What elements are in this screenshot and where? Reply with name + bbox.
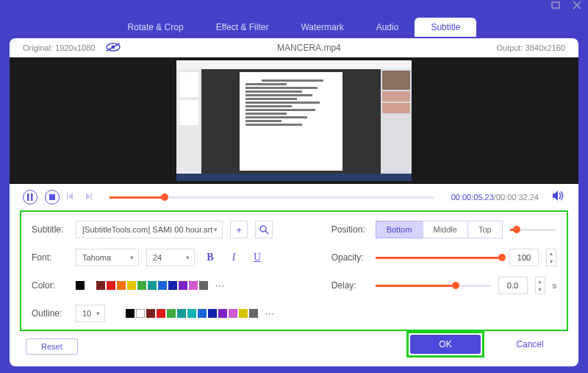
delay-slider[interactable] <box>376 285 491 287</box>
cancel-button[interactable]: Cancel <box>495 335 565 354</box>
outline-swatch[interactable] <box>167 309 176 318</box>
tab-rotate-crop[interactable]: Rotate & Crop <box>112 18 200 37</box>
outline-swatch[interactable] <box>177 309 186 318</box>
subtitle-settings: Subtitle: [SubtitleTools.com] SAMI 00 ho… <box>20 210 568 331</box>
font-label: Font: <box>32 252 68 263</box>
seek-slider[interactable] <box>110 196 434 199</box>
color-swatch[interactable] <box>148 281 157 290</box>
add-subtitle-button[interactable]: + <box>230 221 248 238</box>
color-swatches <box>76 281 208 290</box>
outline-swatch[interactable] <box>208 309 217 318</box>
titlebar <box>0 0 588 13</box>
opacity-spinner[interactable]: ▲▼ <box>546 249 556 266</box>
main-panel: Original: 1920x1080 MANCERA.mp4 Output: … <box>10 38 578 366</box>
outline-swatch[interactable] <box>239 309 248 318</box>
outline-swatch[interactable] <box>187 309 196 318</box>
position-bottom[interactable]: Bottom <box>376 221 423 238</box>
outline-swatch[interactable] <box>198 309 207 318</box>
ok-highlight: OK <box>406 331 484 358</box>
color-swatch[interactable] <box>199 281 208 290</box>
outline-swatches <box>126 309 258 318</box>
color-swatch[interactable] <box>137 281 146 290</box>
svg-rect-9 <box>67 193 68 200</box>
position-top[interactable]: Top <box>467 221 503 238</box>
video-preview <box>10 57 578 184</box>
delay-value[interactable]: 0.0 <box>498 277 528 294</box>
time-display: 00:00:05.23/00:00:32.24 <box>451 193 539 202</box>
output-resolution-label: Output: 3840x2160 <box>496 43 565 52</box>
color-swatch[interactable] <box>117 281 126 290</box>
original-resolution-label: Original: 1920x1080 <box>23 43 95 52</box>
color-swatch[interactable] <box>86 281 95 290</box>
font-size-dropdown[interactable]: 24 <box>146 249 195 266</box>
position-middle[interactable]: Middle <box>423 221 468 238</box>
footer-buttons: OK Cancel <box>406 331 565 358</box>
underline-button[interactable]: U <box>249 249 265 266</box>
svg-point-11 <box>260 226 266 232</box>
color-swatch[interactable] <box>76 281 85 290</box>
tab-watermark[interactable]: Watermark <box>284 18 359 37</box>
filename-label: MANCERA.mp4 <box>277 43 341 53</box>
color-swatch[interactable] <box>158 281 167 290</box>
transport-bar: 00:00:05.23/00:00:32.24 <box>10 184 578 210</box>
svg-line-12 <box>265 231 268 234</box>
color-label: Color: <box>32 280 68 291</box>
svg-rect-10 <box>91 193 93 200</box>
preview-frame <box>176 60 412 181</box>
more-colors-button[interactable]: ··· <box>215 280 225 291</box>
visibility-icon[interactable] <box>105 42 121 54</box>
outline-swatch[interactable] <box>126 309 135 318</box>
svg-rect-8 <box>49 194 55 200</box>
svg-rect-7 <box>31 193 33 201</box>
tab-effect-filter[interactable]: Effect & Filter <box>200 18 285 37</box>
minimize-button[interactable] <box>551 0 562 13</box>
delay-unit: s <box>553 281 557 290</box>
outline-swatch[interactable] <box>218 309 227 318</box>
outline-swatch[interactable] <box>146 309 155 318</box>
opacity-value[interactable]: 100 <box>509 249 539 266</box>
ok-button[interactable]: OK <box>410 335 481 354</box>
close-button[interactable] <box>572 0 582 13</box>
outline-swatch[interactable] <box>136 309 145 318</box>
more-outline-colors-button[interactable]: ··· <box>265 308 275 319</box>
opacity-slider[interactable] <box>376 257 502 259</box>
tab-audio[interactable]: Audio <box>360 18 415 37</box>
color-swatch[interactable] <box>107 281 115 290</box>
reset-button[interactable]: Reset <box>26 338 78 355</box>
delay-spinner[interactable]: ▲▼ <box>535 277 545 294</box>
outline-size-dropdown[interactable]: 10 <box>76 305 105 322</box>
prev-frame-button[interactable] <box>67 191 76 204</box>
svg-rect-6 <box>27 193 29 201</box>
meta-row: Original: 1920x1080 MANCERA.mp4 Output: … <box>10 38 578 57</box>
time-duration: 00:00:32.24 <box>496 193 539 202</box>
outline-label: Outline: <box>32 308 68 319</box>
position-slider[interactable] <box>510 229 556 231</box>
outline-swatch[interactable] <box>157 309 165 318</box>
color-swatch[interactable] <box>179 281 187 290</box>
stop-button[interactable] <box>45 190 60 205</box>
opacity-label: Opacity: <box>331 252 368 263</box>
search-subtitle-button[interactable] <box>255 221 273 238</box>
svg-rect-0 <box>552 2 559 8</box>
time-current: 00:00:05.23 <box>451 193 494 202</box>
subtitle-label: Subtitle: <box>32 224 68 235</box>
color-swatch[interactable] <box>96 281 105 290</box>
outline-swatch[interactable] <box>249 309 258 318</box>
delay-label: Delay: <box>331 280 368 291</box>
subtitle-file-dropdown[interactable]: [SubtitleTools.com] SAMI 00 hour.srt <box>76 221 223 238</box>
color-swatch[interactable] <box>189 281 198 290</box>
position-label: Position: <box>331 224 368 235</box>
next-frame-button[interactable] <box>83 191 92 204</box>
tab-bar: Rotate & Crop Effect & Filter Watermark … <box>0 18 588 37</box>
volume-icon[interactable] <box>552 190 565 205</box>
font-family-dropdown[interactable]: Tahoma <box>76 249 139 266</box>
color-swatch[interactable] <box>127 281 136 290</box>
italic-button[interactable]: I <box>226 249 242 266</box>
tab-subtitle[interactable]: Subtitle <box>415 18 476 37</box>
outline-swatch[interactable] <box>229 309 237 318</box>
bold-button[interactable]: B <box>202 249 218 266</box>
pause-button[interactable] <box>23 190 37 205</box>
color-swatch[interactable] <box>168 281 177 290</box>
position-segmented: Bottom Middle Top <box>376 221 503 238</box>
